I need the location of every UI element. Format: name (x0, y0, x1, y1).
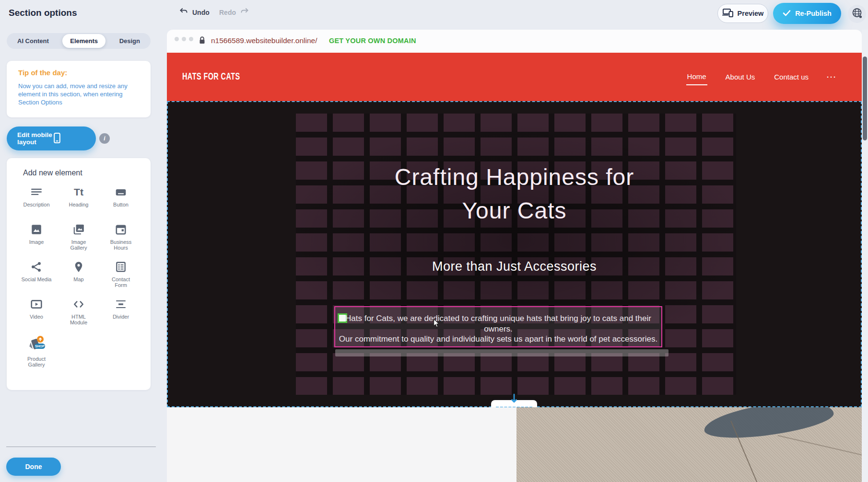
element-product-gallery[interactable]: SHOP Product Gallery (15, 335, 58, 367)
tab-elements[interactable]: Elements (62, 34, 106, 48)
element-business-hours[interactable]: Business Hours (100, 223, 142, 253)
edit-mobile-layout-label: Edit mobile layout (17, 131, 52, 146)
add-element-title: Add new element (23, 169, 142, 177)
paragraph-line2: Our commitment to quality and individual… (335, 334, 661, 344)
panel-divider (6, 447, 156, 447)
image-gallery-icon (72, 223, 85, 236)
scrollbar-track[interactable] (862, 30, 868, 482)
element-label: Contact Form (108, 276, 133, 288)
site-header: HATS FOR CATS Home About Us Contact us ·… (167, 53, 862, 101)
element-social-media[interactable]: Social Media (15, 261, 58, 290)
product-gallery-icon: SHOP (27, 335, 46, 353)
element-label: Business Hours (108, 239, 133, 251)
paragraph-element-selected[interactable]: Hats for Cats, we are dedicated to craft… (334, 306, 662, 347)
hero-title[interactable]: Crafting Happiness for Your Cats (168, 161, 861, 228)
video-icon (30, 298, 43, 310)
edit-mobile-layout-button[interactable]: Edit mobile layout (7, 126, 96, 150)
done-button[interactable]: Done (6, 458, 61, 476)
tab-ai-content[interactable]: AI Content (10, 34, 57, 48)
element-map[interactable]: Map (58, 261, 100, 290)
redo-button[interactable]: Redo (219, 7, 249, 18)
element-html-module[interactable]: HTML Module (58, 298, 100, 328)
republish-button[interactable]: Re-Publish (773, 3, 841, 24)
tip-body: Now you can add, move and resize any ele… (18, 82, 144, 106)
description-icon (30, 186, 43, 198)
redo-icon (240, 7, 249, 18)
social-media-icon (30, 261, 43, 273)
floor-image (516, 407, 862, 482)
element-label: Description (23, 202, 49, 207)
add-element-card: Add new element Description Tt Heading B… (7, 158, 151, 390)
element-description[interactable]: Description (15, 186, 58, 216)
site-nav: Home About Us Contact us ··· (686, 53, 837, 101)
html-module-icon (72, 298, 85, 310)
tip-title: Tip of the day: (18, 69, 139, 77)
hero-paragraph: Hats for Cats, we are dedicated to craft… (335, 313, 661, 344)
element-contact-form[interactable]: Contact Form (100, 261, 142, 290)
svg-text:SHOP: SHOP (35, 344, 45, 348)
undo-icon (179, 7, 188, 18)
element-label: Button (113, 202, 129, 207)
element-toolbar-shadow (335, 349, 669, 356)
app: Section options AI Content Elements Desi… (0, 0, 868, 482)
redo-label: Redo (219, 9, 236, 16)
tab-design[interactable]: Design (112, 34, 148, 48)
undo-button[interactable]: Undo (179, 7, 210, 18)
element-button[interactable]: Button (100, 186, 142, 216)
browser-chrome: n1566589.websitebuilder.online/ GET YOUR… (167, 30, 862, 53)
site-preview-window: n1566589.websitebuilder.online/ GET YOUR… (167, 30, 862, 482)
element-divider[interactable]: Divider (100, 298, 142, 328)
panel-tabs: AI Content Elements Design (7, 33, 151, 49)
site-logo[interactable]: HATS FOR CATS (182, 71, 240, 82)
contact-form-icon (115, 261, 127, 273)
page-title: Section options (9, 8, 77, 18)
browser-dots (175, 37, 193, 41)
element-video[interactable]: Video (15, 298, 58, 328)
heading-icon: Tt (74, 186, 83, 198)
info-icon[interactable]: i (99, 133, 110, 144)
element-label: Divider (113, 314, 129, 320)
globe-icon (851, 7, 863, 21)
paragraph-line1: Hats for Cats, we are dedicated to craft… (335, 313, 661, 334)
hero-section-selected[interactable]: Crafting Happiness for Your Cats More th… (167, 101, 862, 407)
element-image[interactable]: Image (15, 223, 58, 253)
nav-contact-us[interactable]: Contact us (773, 69, 809, 85)
info-glyph: i (104, 135, 105, 142)
devices-icon (722, 8, 734, 20)
map-icon (72, 261, 85, 273)
element-label: Product Gallery (24, 356, 49, 367)
phone-icon (52, 132, 87, 146)
element-label: Social Media (22, 276, 52, 282)
element-label: Image Gallery (66, 239, 91, 251)
preview-button[interactable]: Preview (717, 4, 768, 23)
done-label: Done (25, 463, 42, 471)
language-globe-button[interactable] (848, 5, 866, 23)
image-icon (30, 223, 43, 236)
cat-shadow (702, 407, 835, 443)
preview-label: Preview (738, 10, 764, 17)
nav-more-menu[interactable]: ··· (827, 73, 837, 81)
check-icon (783, 10, 791, 18)
address-url: n1566589.websitebuilder.online/ (211, 36, 317, 45)
nav-about-us[interactable]: About Us (725, 69, 756, 85)
element-label: Heading (69, 202, 89, 207)
element-label: Image (29, 239, 44, 245)
element-heading[interactable]: Tt Heading (58, 186, 100, 216)
hero-title-line2: Your Cats (168, 194, 861, 228)
element-grid: Description Tt Heading Button Image (15, 186, 142, 367)
hero-title-line1: Crafting Happiness for (168, 161, 861, 194)
get-domain-link[interactable]: GET YOUR OWN DOMAIN (329, 37, 416, 45)
element-label: HTML Module (66, 314, 91, 325)
element-image-gallery[interactable]: Image Gallery (58, 223, 100, 253)
element-label: Map (73, 276, 83, 282)
republish-label: Re-Publish (795, 10, 832, 17)
scrollbar-thumb[interactable] (863, 57, 867, 140)
mouse-cursor (433, 319, 440, 330)
undo-label: Undo (192, 9, 210, 16)
element-label: Video (30, 314, 43, 320)
nav-home[interactable]: Home (686, 69, 707, 85)
business-hours-icon (115, 223, 127, 236)
hero-subtitle[interactable]: More than Just Accessories (168, 259, 861, 274)
next-section[interactable] (167, 407, 862, 482)
button-icon (115, 186, 127, 198)
